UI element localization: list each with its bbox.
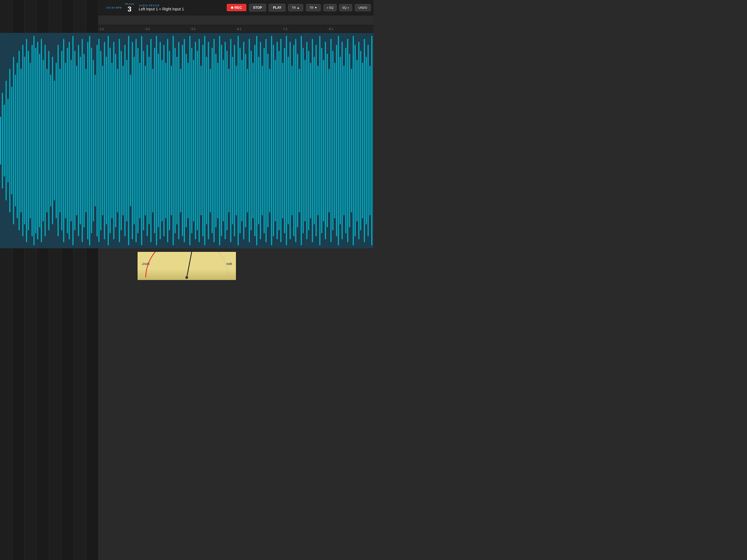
- svg-rect-76: [139, 62, 140, 218]
- svg-rect-46: [84, 54, 85, 228]
- svg-rect-165: [304, 60, 305, 222]
- svg-rect-126: [232, 57, 233, 225]
- svg-rect-154: [284, 48, 285, 233]
- svg-rect-1: [0, 117, 1, 164]
- vu-meter: -24dB 0dB: [137, 251, 237, 280]
- svg-rect-106: [195, 42, 196, 239]
- svg-rect-124: [228, 69, 229, 212]
- ruler-mark-4: 7.1: [282, 27, 328, 31]
- svg-rect-50: [91, 48, 92, 233]
- svg-rect-5: [7, 99, 8, 182]
- svg-rect-26: [47, 69, 48, 212]
- svg-rect-143: [264, 48, 265, 233]
- svg-rect-4: [5, 81, 6, 200]
- rec-button[interactable]: REC: [227, 4, 246, 11]
- svg-rect-160: [295, 39, 296, 242]
- ruler-mark-2: 5.1: [190, 27, 236, 31]
- svg-rect-158: [291, 66, 292, 215]
- svg-rect-139: [256, 36, 257, 245]
- svg-rect-49: [89, 36, 90, 245]
- svg-rect-79: [145, 66, 146, 215]
- svg-rect-121: [223, 60, 224, 222]
- svg-rect-35: [63, 39, 64, 242]
- svg-point-203: [185, 276, 188, 279]
- svg-rect-122: [225, 42, 226, 239]
- svg-rect-54: [98, 39, 100, 242]
- svg-rect-123: [226, 51, 228, 230]
- stop-button[interactable]: STOP: [249, 4, 266, 11]
- svg-rect-28: [50, 75, 51, 206]
- audio-device-display: AUDIO DEVICE Left Input 1 + Right Input …: [138, 4, 184, 11]
- svg-rect-95: [175, 48, 176, 233]
- svg-rect-110: [202, 45, 203, 236]
- tr-down-button[interactable]: TR ▼: [306, 4, 321, 11]
- rec-dot: [231, 6, 233, 9]
- svg-rect-119: [219, 36, 220, 245]
- svg-rect-70: [128, 36, 129, 245]
- svg-rect-68: [124, 45, 126, 236]
- svg-rect-8: [13, 57, 14, 225]
- svg-rect-131: [241, 60, 242, 222]
- svg-rect-33: [59, 69, 60, 212]
- waveform-container[interactable]: [0, 33, 374, 248]
- svg-rect-180: [332, 51, 333, 230]
- svg-rect-6: [9, 69, 10, 212]
- svg-rect-29: [52, 57, 53, 225]
- sq-right-button[interactable]: SQ »: [339, 4, 352, 11]
- svg-rect-9: [15, 75, 16, 206]
- tr-up-button[interactable]: TR ▲: [288, 4, 303, 11]
- svg-rect-152: [280, 39, 281, 242]
- svg-rect-103: [189, 36, 190, 245]
- svg-rect-31: [56, 62, 57, 218]
- svg-rect-163: [301, 36, 302, 245]
- svg-rect-89: [163, 45, 164, 236]
- svg-rect-74: [136, 39, 137, 242]
- svg-rect-151: [278, 51, 279, 230]
- svg-rect-171: [315, 45, 317, 236]
- svg-rect-66: [121, 51, 122, 230]
- undo-button[interactable]: UNDO: [355, 4, 371, 11]
- svg-rect-155: [286, 36, 287, 245]
- svg-rect-133: [245, 54, 246, 228]
- svg-rect-134: [247, 69, 248, 212]
- svg-rect-157: [289, 42, 291, 239]
- svg-rect-85: [156, 36, 157, 245]
- svg-rect-93: [171, 66, 172, 215]
- svg-rect-109: [200, 66, 202, 215]
- svg-rect-169: [312, 39, 313, 242]
- main-content: [0, 33, 374, 248]
- svg-rect-22: [39, 54, 40, 228]
- svg-rect-115: [212, 48, 213, 233]
- svg-rect-200: [369, 66, 370, 215]
- svg-rect-112: [206, 57, 207, 225]
- svg-rect-129: [238, 36, 239, 245]
- svg-rect-92: [169, 51, 170, 230]
- svg-rect-181: [334, 62, 335, 218]
- svg-rect-41: [74, 51, 75, 230]
- svg-rect-167: [308, 51, 309, 230]
- svg-rect-72: [132, 42, 133, 239]
- svg-rect-104: [191, 48, 192, 233]
- svg-rect-67: [123, 66, 124, 215]
- sq-left-button[interactable]: « SQ: [324, 4, 336, 11]
- svg-rect-116: [213, 39, 215, 242]
- svg-rect-62: [113, 42, 114, 239]
- svg-rect-197: [364, 39, 365, 242]
- svg-rect-183: [338, 36, 339, 245]
- svg-rect-174: [321, 48, 323, 233]
- svg-rect-114: [210, 69, 211, 212]
- svg-rect-65: [119, 39, 120, 242]
- svg-rect-185: [341, 42, 343, 239]
- play-button[interactable]: PLAY: [269, 4, 285, 11]
- svg-rect-142: [262, 66, 263, 215]
- svg-rect-159: [293, 45, 294, 236]
- svg-rect-14: [24, 57, 25, 225]
- svg-rect-45: [82, 39, 83, 242]
- ruler-mark-0: 3.1: [98, 27, 145, 31]
- svg-rect-69: [126, 60, 127, 222]
- svg-rect-105: [193, 60, 194, 222]
- svg-rect-51: [93, 60, 94, 222]
- svg-rect-137: [252, 62, 254, 218]
- svg-rect-25: [45, 45, 46, 236]
- svg-rect-132: [243, 42, 244, 239]
